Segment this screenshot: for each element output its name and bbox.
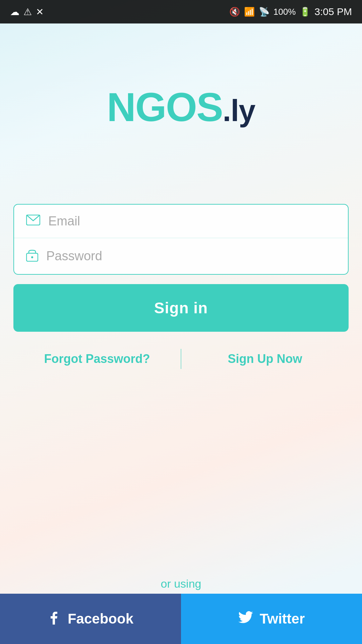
email-input[interactable] [48,214,336,228]
input-group [13,204,349,275]
form-container: Sign in Forgot Password? Sign Up Now [13,204,349,373]
logo-ngos: NGOS [107,84,223,130]
status-time: 3:05 PM [314,6,352,17]
password-input[interactable] [46,249,336,263]
mute-icon: 🔇 [229,7,240,17]
links-divider [181,349,181,369]
wifi-icon: 📶 [244,7,255,17]
warning-icon: ⚠ [23,6,32,17]
status-right-info: 🔇 📶 📡 100% 🔋 3:05 PM [229,6,352,17]
password-row [14,238,348,274]
main-content: NGOS .ly [0,23,362,644]
battery-label: 100% [274,7,296,17]
facebook-icon [48,609,61,629]
battery-icon: 🔋 [300,7,310,17]
facebook-button[interactable]: Facebook [0,594,181,644]
signal-icon: 📡 [259,7,269,17]
or-using-text: or using [161,577,201,590]
cloud-icon: ☁ [10,6,19,17]
twitter-button[interactable]: Twitter [181,594,362,644]
twitter-label: Twitter [260,611,305,627]
logo-ly: .ly [223,94,255,128]
status-left-icons: ☁ ⚠ ✕ [10,6,44,17]
lock-icon [26,248,38,265]
links-row: Forgot Password? Sign Up Now [13,345,349,373]
signin-button[interactable]: Sign in [13,284,349,332]
email-row [14,205,348,238]
svg-point-2 [31,256,33,258]
logo-area: NGOS .ly [107,84,255,130]
social-bar: Facebook Twitter [0,594,362,644]
email-icon [26,214,40,228]
forgot-password-button[interactable]: Forgot Password? [13,345,181,373]
facebook-label: Facebook [68,611,133,627]
signup-button[interactable]: Sign Up Now [181,345,349,373]
x-icon: ✕ [36,6,44,17]
twitter-icon [238,609,253,629]
status-bar: ☁ ⚠ ✕ 🔇 📶 📡 100% 🔋 3:05 PM [0,0,362,23]
